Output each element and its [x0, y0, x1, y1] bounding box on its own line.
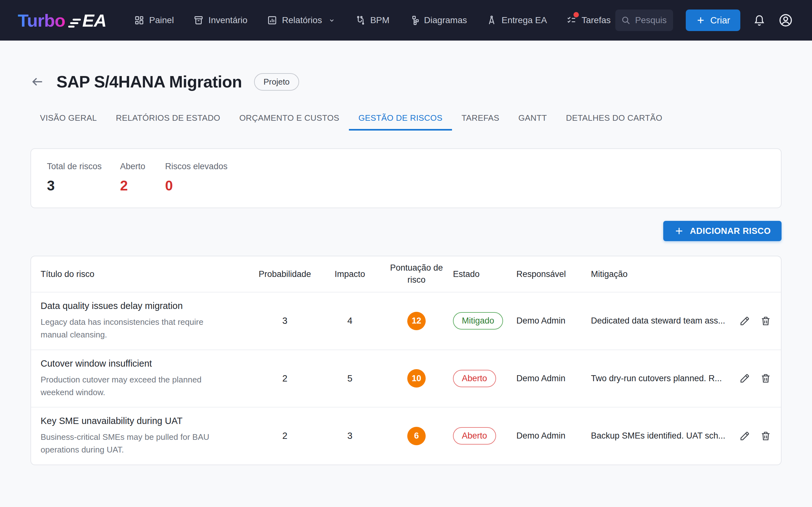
delete-risk-button[interactable] — [760, 430, 771, 442]
probability-value: 2 — [256, 431, 313, 441]
plus-icon — [674, 226, 684, 236]
tab-relatorios-de-estado[interactable]: RELATÓRIOS DE ESTADO — [106, 107, 230, 130]
nav-item-bpm[interactable]: BPM — [355, 15, 390, 25]
delete-risk-button[interactable] — [760, 373, 771, 384]
inventory-icon — [194, 15, 204, 25]
row-actions — [727, 373, 771, 384]
page-content: SAP S/4HANA Migration Projeto VISÃO GERA… — [0, 72, 812, 465]
col-header-impact: Impacto — [313, 269, 386, 279]
score-badge: 10 — [407, 369, 426, 388]
tab-visao-geral[interactable]: VISÃO GERAL — [31, 107, 106, 130]
app-logo[interactable]: Turbo EA — [18, 10, 106, 31]
tab-orcamento-e-custos[interactable]: ORÇAMENTO E CUSTOS — [230, 107, 349, 130]
row-actions — [727, 315, 771, 327]
logo-text-turbo: Turbo — [18, 10, 65, 31]
mitigation-value: Dedicated data steward team ass... — [585, 316, 727, 326]
status-cell: Aberto — [447, 427, 510, 445]
owner-value: Demo Admin — [510, 374, 585, 383]
nav-item-diagramas[interactable]: Diagramas — [409, 15, 467, 25]
edit-risk-button[interactable] — [739, 315, 751, 327]
tab-gestao-de-riscos[interactable]: GESTÃO DE RISCOS — [349, 107, 452, 130]
page-title: SAP S/4HANA Migration — [56, 72, 242, 91]
notification-dot — [573, 12, 579, 17]
nav-label: Tarefas — [581, 15, 611, 25]
status-badge: Mitigado — [453, 312, 503, 330]
edit-risk-button[interactable] — [739, 373, 751, 384]
nav-label: Diagramas — [424, 15, 467, 25]
risk-table: Título do risco Probabilidade Impacto Po… — [31, 256, 781, 465]
risk-summary-card: Total de riscos 3 Aberto 2 Riscos elevad… — [31, 148, 781, 208]
notifications-button[interactable] — [753, 14, 766, 26]
navbar-right-cluster: Criar — [615, 9, 793, 31]
speed-lines-icon — [68, 18, 82, 29]
impact-value: 5 — [313, 373, 386, 384]
back-button[interactable] — [31, 75, 44, 89]
risk-description: Legacy data has inconsistencies that req… — [41, 316, 231, 341]
stat-value: 3 — [47, 178, 102, 193]
mitigation-value: Backup SMEs identified. UAT sch... — [585, 431, 727, 441]
mitigation-value: Two dry-run cutovers planned. R... — [585, 374, 727, 383]
risk-title-cell: Key SME unavailability during UAT Busine… — [41, 416, 256, 456]
user-avatar[interactable] — [778, 13, 793, 27]
nav-item-tarefas[interactable]: Tarefas — [566, 15, 611, 25]
score-badge: 6 — [407, 427, 426, 445]
owner-value: Demo Admin — [510, 316, 585, 326]
col-header-probability: Probabilidade — [256, 269, 313, 279]
create-button[interactable]: Criar — [686, 9, 740, 31]
page-header: SAP S/4HANA Migration Projeto — [31, 72, 781, 91]
nav-label: Entrega EA — [502, 15, 547, 25]
score-cell: 12 — [386, 312, 447, 330]
logo-text-ea: EA — [82, 10, 106, 31]
nav-item-relatorios[interactable]: Relatórios — [267, 15, 336, 25]
table-actions-row: ADICIONAR RISCO — [31, 221, 781, 241]
table-header-row: Título do risco Probabilidade Impacto Po… — [31, 257, 781, 292]
stat-total-riscos: Total de riscos 3 — [47, 162, 102, 193]
score-cell: 10 — [386, 369, 447, 388]
stat-label: Aberto — [120, 162, 147, 171]
add-risk-label: ADICIONAR RISCO — [690, 226, 771, 236]
stat-value: 2 — [120, 178, 147, 193]
type-badge: Projeto — [254, 73, 299, 91]
table-row: Key SME unavailability during UAT Busine… — [31, 407, 781, 464]
risk-title: Key SME unavailability during UAT — [41, 416, 256, 426]
probability-value: 3 — [256, 316, 313, 326]
col-header-mitigation: Mitigação — [585, 269, 727, 279]
tab-detalhes-do-cartao[interactable]: DETALHES DO CARTÃO — [556, 107, 672, 130]
top-navbar: Turbo EA Painel — [0, 0, 812, 41]
tab-tarefas[interactable]: TAREFAS — [452, 107, 509, 130]
risk-title: Cutover window insufficient — [41, 358, 256, 369]
nav-item-entrega-ea[interactable]: Entrega EA — [487, 15, 547, 25]
bpm-icon — [355, 15, 365, 25]
delete-risk-button[interactable] — [760, 315, 771, 327]
status-badge: Aberto — [453, 370, 496, 387]
add-risk-button[interactable]: ADICIONAR RISCO — [663, 221, 781, 241]
search-input[interactable] — [635, 15, 667, 25]
probability-value: 2 — [256, 373, 313, 384]
dashboard-icon — [134, 15, 144, 25]
stat-label: Total de riscos — [47, 162, 102, 171]
nav-label: BPM — [370, 15, 390, 25]
tab-gantt[interactable]: GANTT — [509, 107, 556, 130]
col-header-score: Pontuação de risco — [386, 262, 447, 286]
plus-icon — [696, 15, 705, 25]
score-badge: 12 — [407, 312, 426, 330]
stat-riscos-elevados: Riscos elevados 0 — [165, 162, 228, 193]
nav-item-painel[interactable]: Painel — [134, 15, 174, 25]
global-search[interactable] — [615, 9, 673, 31]
col-header-title: Título do risco — [41, 269, 256, 279]
stat-aberto: Aberto 2 — [120, 162, 147, 193]
tab-bar: VISÃO GERAL RELATÓRIOS DE ESTADO ORÇAMEN… — [31, 107, 781, 130]
status-cell: Aberto — [447, 370, 510, 387]
chevron-down-icon — [328, 16, 336, 24]
nav-item-inventario[interactable]: Inventário — [194, 15, 247, 25]
nav-label: Relatórios — [282, 15, 322, 25]
row-actions — [727, 430, 771, 442]
col-header-status: Estado — [447, 269, 510, 279]
owner-value: Demo Admin — [510, 431, 585, 441]
risk-title: Data quality issues delay migration — [41, 301, 256, 311]
edit-risk-button[interactable] — [739, 430, 751, 442]
risk-description: Business-critical SMEs may be pulled for… — [41, 431, 231, 456]
risk-description: Production cutover may exceed the planne… — [41, 373, 231, 399]
search-icon — [621, 15, 630, 25]
nav-label: Painel — [149, 15, 174, 25]
